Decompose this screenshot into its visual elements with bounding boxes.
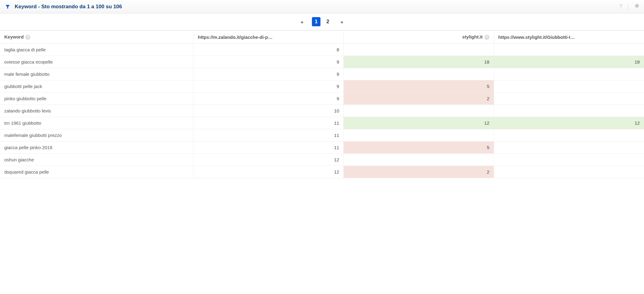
panel-title: Keyword - Sto mostrando da 1 a 100 su 10… bbox=[15, 4, 122, 10]
header-left: Keyword - Sto mostrando da 1 a 100 su 10… bbox=[5, 4, 122, 10]
keyword-panel: Keyword - Sto mostrando da 1 a 100 su 10… bbox=[0, 0, 644, 178]
help-icon[interactable]: ? bbox=[619, 3, 622, 10]
cell-keyword[interactable]: oviesse giacca ecopelle bbox=[0, 56, 193, 68]
cell-v2: 2 bbox=[344, 166, 494, 178]
page-number-container: 12 bbox=[312, 17, 332, 26]
page-last[interactable]: » bbox=[338, 17, 346, 26]
table-body: taglia giacca di pelle8oviesse giacca ec… bbox=[0, 44, 644, 178]
keyword-table: Keyword? https://m.zalando.it/giacche-di… bbox=[0, 30, 644, 178]
cell-v1: 12 bbox=[193, 166, 344, 178]
cell-v2 bbox=[344, 105, 494, 117]
table-row: dsquared giacca pelle122 bbox=[0, 166, 644, 178]
cell-v3: 18 bbox=[494, 56, 644, 68]
cell-v1: 11 bbox=[193, 141, 344, 154]
cell-v3 bbox=[494, 166, 644, 178]
pagination: « 12 » bbox=[0, 13, 644, 30]
cell-v2: 12 bbox=[344, 117, 494, 129]
cell-keyword[interactable]: malefemale giubbotti prezzo bbox=[0, 129, 193, 141]
cell-v3 bbox=[494, 154, 644, 166]
page-1[interactable]: 1 bbox=[312, 17, 320, 26]
cell-v2 bbox=[344, 44, 494, 56]
table-row: taglia giacca di pelle8 bbox=[0, 44, 644, 56]
table-row: trn 1961 giubbotto111212 bbox=[0, 117, 644, 129]
table-row: zalando giubbotto levis10 bbox=[0, 105, 644, 117]
table-row: giubbotti pelle jack95 bbox=[0, 80, 644, 93]
cell-v1: 11 bbox=[193, 129, 344, 141]
help-icon[interactable]: ? bbox=[25, 35, 30, 40]
cell-v1: 9 bbox=[193, 56, 344, 68]
table-row: giacca pelle pinko 2018115 bbox=[0, 141, 644, 154]
cell-v1: 12 bbox=[193, 154, 344, 166]
cell-v1: 9 bbox=[193, 93, 344, 105]
cell-v3: 12 bbox=[494, 117, 644, 129]
cell-v1: 8 bbox=[193, 44, 344, 56]
cell-v1: 9 bbox=[193, 80, 344, 93]
cell-keyword[interactable]: dsquared giacca pelle bbox=[0, 166, 193, 178]
cell-v3 bbox=[494, 129, 644, 141]
cell-v3 bbox=[494, 80, 644, 93]
cell-v2: 18 bbox=[344, 56, 494, 68]
cell-v2: 5 bbox=[344, 80, 494, 93]
header-right: ? bbox=[619, 3, 639, 10]
cell-keyword[interactable]: pinko giubbotto pelle bbox=[0, 93, 193, 105]
panel-header: Keyword - Sto mostrando da 1 a 100 su 10… bbox=[0, 0, 644, 13]
col-stylight-url[interactable]: https://www.stylight.it/Giubbotti-I… bbox=[494, 31, 644, 44]
cell-v1: 10 bbox=[193, 105, 344, 117]
cell-v2 bbox=[344, 154, 494, 166]
table-header-row: Keyword? https://m.zalando.it/giacche-di… bbox=[0, 31, 644, 44]
table-row: oviesse giacca ecopelle91818 bbox=[0, 56, 644, 68]
cell-keyword[interactable]: trn 1961 giubbotto bbox=[0, 117, 193, 129]
cell-v3 bbox=[494, 68, 644, 80]
cell-v3 bbox=[494, 141, 644, 154]
cell-keyword[interactable]: giacca pelle pinko 2018 bbox=[0, 141, 193, 154]
cell-keyword[interactable]: zalando giubbotto levis bbox=[0, 105, 193, 117]
table-row: oshun giacche12 bbox=[0, 154, 644, 166]
filter-icon[interactable] bbox=[5, 4, 10, 9]
table-row: male female giubbotto9 bbox=[0, 68, 644, 80]
col-stylight[interactable]: stylight.it? bbox=[344, 31, 494, 44]
cell-v3 bbox=[494, 93, 644, 105]
col-zalando[interactable]: https://m.zalando.it/giacche-di-p… bbox=[193, 31, 344, 44]
cell-v2: 2 bbox=[344, 93, 494, 105]
table-row: malefemale giubbotti prezzo11 bbox=[0, 129, 644, 141]
cell-v3 bbox=[494, 105, 644, 117]
cell-v1: 9 bbox=[193, 68, 344, 80]
gear-icon[interactable] bbox=[634, 3, 639, 10]
page-first[interactable]: « bbox=[298, 17, 306, 26]
page-2[interactable]: 2 bbox=[324, 17, 332, 26]
cell-keyword[interactable]: oshun giacche bbox=[0, 154, 193, 166]
cell-v2: 5 bbox=[344, 141, 494, 154]
col-keyword[interactable]: Keyword? bbox=[0, 31, 193, 44]
cell-v2 bbox=[344, 129, 494, 141]
help-icon[interactable]: ? bbox=[485, 35, 489, 40]
cell-v1: 11 bbox=[193, 117, 344, 129]
cell-keyword[interactable]: giubbotti pelle jack bbox=[0, 80, 193, 93]
cell-keyword[interactable]: taglia giacca di pelle bbox=[0, 44, 193, 56]
cell-v3 bbox=[494, 44, 644, 56]
cell-keyword[interactable]: male female giubbotto bbox=[0, 68, 193, 80]
table-row: pinko giubbotto pelle92 bbox=[0, 93, 644, 105]
separator bbox=[628, 4, 628, 10]
cell-v2 bbox=[344, 68, 494, 80]
